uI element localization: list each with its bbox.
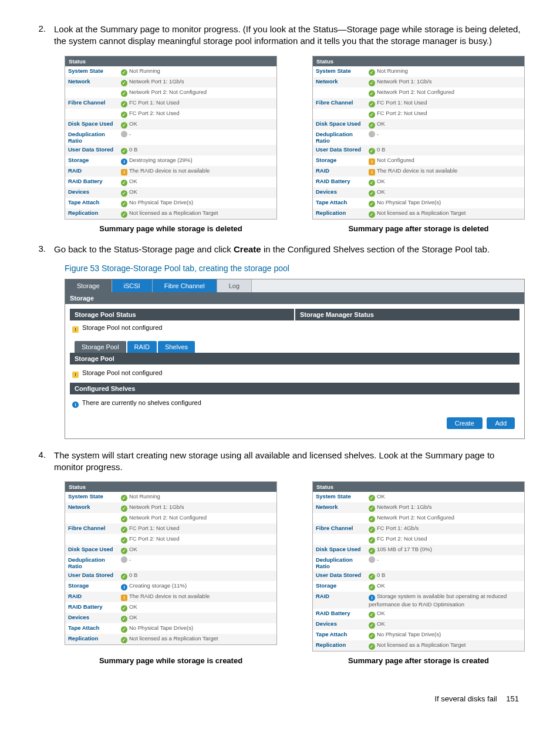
status-pair: Storage Pool Status Storage Manager Stat…: [70, 309, 519, 320]
subtabs: Storage Pool RAID Shelves: [75, 341, 519, 353]
ok-icon: ✓: [369, 69, 375, 76]
step-2: 2. Look at the Summary page to monitor p…: [35, 23, 525, 48]
step-number: 4.: [35, 450, 54, 474]
panel-header: Status: [313, 56, 524, 66]
ok-icon: ✓: [121, 495, 127, 501]
step-text: Look at the Summary page to monitor prog…: [54, 23, 525, 48]
subtab-shelves[interactable]: Shelves: [158, 341, 195, 353]
caption-row-2: Summary page while storage is created Su…: [65, 656, 525, 665]
ok-icon: ✓: [121, 69, 127, 76]
figure-53-caption: Figure 53 Storage-Storage Pool tab, crea…: [65, 264, 525, 273]
ok-icon: ✓: [369, 180, 375, 186]
ok-icon: ✓: [369, 201, 375, 207]
gray-icon: [121, 131, 127, 137]
warn-icon: !: [121, 595, 127, 601]
bar-storage: Storage: [65, 292, 524, 304]
ok-icon: ✓: [369, 643, 375, 650]
create-button[interactable]: Create: [447, 417, 483, 429]
ok-icon: ✓: [121, 101, 127, 107]
ok-icon: ✓: [369, 622, 375, 629]
warn-icon: !: [369, 169, 375, 175]
ok-icon: ✓: [121, 148, 127, 154]
info-icon: i: [369, 595, 375, 601]
ok-icon: ✓: [121, 190, 127, 197]
step-text: Go back to the Status-Storage page and c…: [54, 244, 525, 255]
warn-icon: !: [72, 372, 79, 378]
subtab-raid[interactable]: RAID: [127, 341, 157, 353]
ok-icon: ✓: [121, 80, 127, 86]
panel-header: Status: [313, 482, 524, 492]
subtab-pool[interactable]: Storage Pool: [75, 341, 126, 353]
ok-icon: ✓: [121, 537, 127, 544]
ok-icon: ✓: [121, 122, 127, 129]
status-panel-deleting: Status System State✓Not Running Network✓…: [65, 56, 277, 220]
ok-icon: ✓: [121, 526, 127, 533]
step-4: 4. The system will start creating new st…: [35, 450, 525, 474]
tab-storage[interactable]: Storage: [65, 279, 112, 292]
ok-icon: ✓: [121, 505, 127, 512]
caption-row-1: Summary page while storage is deleted Su…: [65, 224, 525, 233]
panel-header: Status: [65, 482, 276, 492]
gray-icon: [369, 131, 375, 137]
button-row: Create Add: [70, 413, 519, 434]
ok-icon: ✓: [121, 548, 127, 554]
warn-icon: !: [121, 169, 127, 175]
ok-icon: ✓: [121, 605, 127, 612]
ok-icon: ✓: [369, 548, 375, 554]
status-panel-created: Status System State✓OK Network✓Network P…: [312, 481, 525, 652]
warn-icon: !: [72, 326, 79, 333]
panel-header: Status: [65, 56, 276, 66]
ok-icon: ✓: [121, 211, 127, 218]
tab-log[interactable]: Log: [217, 279, 252, 292]
step-number: 2.: [35, 23, 54, 48]
ok-icon: ✓: [121, 180, 127, 186]
caption-created: Summary page after storage is created: [312, 656, 525, 665]
footer-page-number: 151: [506, 694, 519, 703]
status-row-1: Status System State✓Not Running Network✓…: [65, 56, 525, 220]
ok-icon: ✓: [369, 80, 375, 86]
caption-deleted: Summary page after storage is deleted: [312, 224, 525, 233]
ok-icon: ✓: [369, 612, 375, 618]
ok-icon: ✓: [369, 101, 375, 107]
bar-configured-shelves: Configured Shelves: [70, 383, 519, 394]
info-icon: i: [72, 401, 79, 408]
ok-icon: ✓: [369, 573, 375, 580]
ok-icon: ✓: [369, 90, 375, 97]
status-row-2: Status System State✓Not Running Network✓…: [65, 481, 525, 652]
ok-icon: ✓: [369, 190, 375, 197]
ok-icon: ✓: [121, 201, 127, 207]
figure-53-panel: Storage iSCSI Fibre Channel Log Storage …: [65, 279, 525, 439]
caption-creating: Summary page while storage is created: [65, 656, 277, 665]
tab-fc[interactable]: Fibre Channel: [153, 279, 217, 292]
pool-msg: ! Storage Pool not configured: [70, 364, 519, 383]
caption-deleting: Summary page while storage is deleted: [65, 224, 277, 233]
ok-icon: ✓: [121, 626, 127, 633]
footer-section: If several disks fail: [434, 694, 497, 703]
bar-storage-pool: Storage Pool: [70, 353, 519, 364]
ok-icon: ✓: [369, 112, 375, 118]
ok-icon: ✓: [121, 112, 127, 118]
status-panel-creating: Status System State✓Not Running Network✓…: [65, 481, 277, 645]
info-icon: i: [121, 158, 127, 165]
ok-icon: ✓: [369, 516, 375, 522]
status-panel-deleted: Status System State✓Not Running Network✓…: [312, 56, 525, 220]
ok-icon: ✓: [369, 122, 375, 129]
gray-icon: [121, 556, 127, 563]
add-button[interactable]: Add: [487, 417, 515, 429]
ok-icon: ✓: [369, 211, 375, 218]
ok-icon: ✓: [369, 537, 375, 544]
ok-icon: ✓: [121, 573, 127, 580]
ok-icon: ✓: [369, 526, 375, 533]
ok-icon: ✓: [369, 495, 375, 501]
page-footer: If several disks fail 151: [35, 694, 525, 703]
top-tabs: Storage iSCSI Fibre Channel Log: [65, 279, 524, 292]
ok-icon: ✓: [121, 616, 127, 622]
tab-iscsi[interactable]: iSCSI: [112, 279, 153, 292]
step-3: 3. Go back to the Status-Storage page an…: [35, 244, 525, 255]
pool-status-msg: ! Storage Pool not configured: [70, 320, 519, 336]
ok-icon: ✓: [121, 637, 127, 643]
step-text: The system will start creating new stora…: [54, 450, 525, 474]
storage-manager-status-hdr: Storage Manager Status: [295, 309, 519, 320]
ok-icon: ✓: [121, 516, 127, 522]
ok-icon: ✓: [369, 633, 375, 639]
